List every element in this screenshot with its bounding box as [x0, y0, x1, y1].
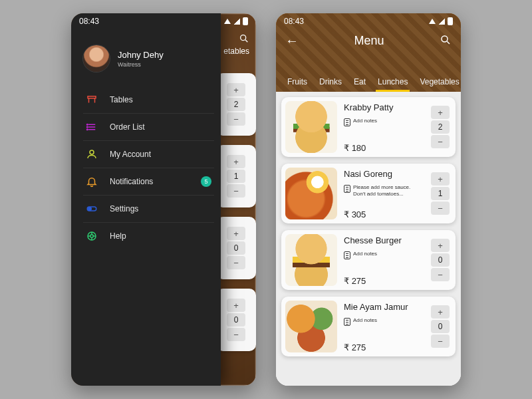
increment-button[interactable]: +	[227, 299, 245, 312]
table-icon	[86, 94, 98, 106]
quantity-value: 1	[431, 187, 450, 200]
svg-point-13	[88, 207, 92, 211]
food-thumbnail	[285, 301, 337, 352]
decrement-button[interactable]: −	[431, 334, 450, 348]
menu-item-card[interactable]: Krabby Patty Add notes ₹ 180 + 2 −	[281, 97, 456, 157]
decrement-button[interactable]: −	[431, 268, 450, 281]
avatar	[83, 45, 110, 72]
add-notes-button[interactable]: Add notes	[344, 251, 422, 259]
svg-point-11	[90, 150, 94, 154]
status-bar: 08:43	[276, 13, 461, 29]
profile-header[interactable]: Johny Dehy Waitress	[71, 40, 221, 84]
navigation-drawer: Johny Dehy Waitress Tables Order List	[71, 13, 221, 386]
tab-vegetables[interactable]: Vegetables	[414, 73, 461, 92]
decrement-button[interactable]: −	[227, 184, 245, 198]
svg-point-0	[241, 35, 246, 41]
drawer-item-label: Help	[110, 231, 126, 241]
quantity-value: 0	[227, 241, 245, 255]
food-thumbnail	[285, 234, 337, 286]
search-button[interactable]	[440, 34, 452, 49]
item-name: Krabby Patty	[344, 102, 422, 112]
add-notes-button[interactable]: Add notes	[344, 317, 422, 326]
tab-lunches[interactable]: Lunches	[372, 73, 414, 92]
add-notes-button[interactable]: Please add more sauce. Don't add tomatoe…	[344, 184, 422, 197]
item-name: Mie Ayam Jamur	[344, 302, 422, 312]
user-name: Johny Dehy	[118, 50, 164, 60]
svg-line-1	[245, 40, 247, 42]
svg-point-9	[87, 126, 88, 128]
svg-rect-2	[88, 96, 96, 98]
menu-item-card[interactable]: Nasi Goreng Please add more sauce. Don't…	[281, 164, 456, 223]
page-title: Menu	[299, 34, 440, 48]
item-price: ₹ 275	[344, 276, 422, 286]
status-bar: 08:43	[71, 13, 256, 29]
decrement-button[interactable]: −	[227, 112, 245, 126]
battery-icon	[448, 17, 453, 25]
decrement-button[interactable]: −	[431, 201, 450, 215]
add-notes-button[interactable]: Add notes	[344, 118, 422, 126]
tab-eat[interactable]: Eat	[348, 73, 372, 92]
signal-icon	[438, 19, 445, 25]
lifebuoy-icon	[86, 230, 98, 242]
wifi-icon	[429, 19, 436, 24]
peek-card: + 0 −	[216, 217, 256, 279]
note-icon	[344, 185, 350, 193]
notification-badge: 5	[201, 176, 211, 187]
peek-card: + 1 −	[216, 145, 256, 207]
drawer-item-my-account[interactable]: My Account	[83, 141, 214, 168]
note-icon	[344, 118, 350, 126]
svg-point-15	[90, 235, 94, 238]
menu-item-card[interactable]: Chesse Burger Add notes ₹ 275 + 0 −	[281, 230, 456, 290]
search-icon[interactable]	[239, 33, 249, 47]
drawer-item-notifications[interactable]: Notifications 5	[83, 168, 214, 196]
increment-button[interactable]: +	[431, 305, 450, 319]
status-icons	[224, 17, 248, 25]
increment-button[interactable]: +	[431, 172, 450, 186]
peek-card: + 0 −	[216, 289, 256, 351]
tab-fruits[interactable]: Fruits	[281, 73, 313, 92]
signal-icon	[233, 19, 240, 25]
quantity-value: 1	[227, 170, 245, 183]
quantity-value: 2	[431, 120, 450, 134]
phone-drawer-view: 08:43 etables + 2 − + 1 − +	[71, 13, 256, 386]
drawer-item-label: Tables	[110, 95, 133, 104]
decrement-button[interactable]: −	[227, 328, 245, 341]
drawer-item-order-list[interactable]: Order List	[83, 114, 214, 141]
quantity-value: 2	[227, 98, 245, 111]
quantity-value: 0	[431, 253, 450, 267]
menu-list[interactable]: Krabby Patty Add notes ₹ 180 + 2 − Nasi …	[276, 92, 461, 386]
increment-button[interactable]: +	[431, 106, 450, 119]
tab-drinks[interactable]: Drinks	[313, 73, 348, 92]
quantity-value: 0	[431, 320, 450, 333]
increment-button[interactable]: +	[227, 227, 245, 240]
food-thumbnail	[285, 101, 337, 153]
drawer-item-label: Settings	[110, 204, 138, 213]
user-role: Waitress	[118, 61, 164, 68]
back-button[interactable]: ←	[285, 33, 299, 49]
svg-point-20	[442, 36, 448, 42]
item-price: ₹ 305	[344, 209, 422, 219]
wifi-icon	[224, 19, 231, 24]
food-thumbnail	[285, 168, 337, 219]
increment-button[interactable]: +	[431, 239, 450, 252]
decrement-button[interactable]: −	[227, 256, 245, 269]
increment-button[interactable]: +	[227, 155, 245, 168]
increment-button[interactable]: +	[227, 83, 245, 96]
decrement-button[interactable]: −	[431, 135, 450, 148]
menu-item-card[interactable]: Mie Ayam Jamur Add notes ₹ 275 + 0 −	[281, 297, 456, 356]
note-icon	[344, 318, 350, 326]
item-name: Chesse Burger	[344, 235, 422, 245]
drawer-item-tables[interactable]: Tables	[83, 86, 214, 114]
background-cards-peek: + 2 − + 1 − + 0 − + 0 −	[216, 73, 256, 351]
drawer-item-help[interactable]: Help	[83, 223, 214, 249]
list-icon	[86, 121, 98, 133]
peek-card: + 2 −	[216, 73, 256, 136]
quantity-value: 0	[227, 313, 245, 327]
svg-line-21	[447, 41, 450, 44]
battery-icon	[243, 17, 248, 25]
status-time: 08:43	[284, 17, 304, 26]
drawer-item-settings[interactable]: Settings	[83, 196, 214, 223]
phone-menu-view: 08:43 ← Menu Fruits Drinks Eat Lunches V…	[276, 13, 461, 386]
drawer-menu: Tables Order List My Account Notificatio…	[71, 84, 221, 249]
status-time: 08:43	[79, 17, 99, 26]
